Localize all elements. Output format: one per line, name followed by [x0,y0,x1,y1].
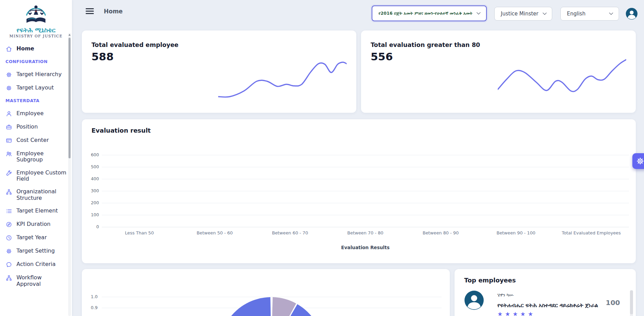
x-tick-label: Between 90 - 100 [478,230,554,235]
sidebar-item-target-year[interactable]: Target Year [5,234,69,241]
total-evaluated-card: Total evaluated employee 588 [82,31,356,113]
ministry-logo: የፍትሕ ሚኒስቴር MINISTRY OF JUSTICE [0,0,72,39]
chevron-down-icon [542,11,547,16]
sidebar-item-home[interactable]: Home [5,46,69,52]
sidebar-item-target-setting[interactable]: Target Setting [5,248,69,255]
chevron-down-icon [608,11,614,16]
employee-score: 100 [606,299,620,307]
sidebar-item-label: Target Element [16,208,58,214]
y-tick-label: 500 [85,164,99,169]
sidebar-section-masterdata: MASTERDATA [5,98,69,103]
gridline [102,203,629,203]
stat-card-title: Total evaluated employee [91,41,178,48]
y-tick-label: 100 [85,212,99,217]
y-tick-label: 0 [85,224,99,229]
top-employees-scrollbar[interactable] [630,290,633,316]
sidebar-item-target-element[interactable]: Target Element [5,208,69,215]
sidebar-item-label: Target Hierarchy [16,71,62,77]
sidebar-item-organizational-structure[interactable]: Organizational Structure [5,189,69,201]
employee-star-rating: ★★★★★ [497,311,606,316]
logo-english-text: MINISTRY OF JUSTICE [0,34,72,38]
employee-row[interactable]: ሄዋን ካሡ የፍትሐብሔር ፍትሕ አስተዳደር ዳይሬክቶሬት ጀነራል ★… [464,290,620,316]
sidebar-item-kpi-duration[interactable]: KPI Duration [5,221,69,228]
logo-amharic-text: የፍትሕ ሚኒስቴር [0,27,72,34]
top-employees-scrollbar-thumb[interactable] [630,290,633,314]
x-tick-label: Between 60 - 70 [252,230,328,235]
gridline [102,215,629,215]
sidebar-item-label: Employee Custom Field [16,170,66,182]
list-icon [5,208,12,215]
sidebar-item-label: KPI Duration [16,221,50,227]
home-icon [5,46,12,52]
stat-card-value: 556 [371,50,393,63]
sidebar-item-employee-subgroup[interactable]: Employee Subgroup [5,150,69,163]
x-tick-label: Between 50 - 60 [177,230,252,235]
employee-name: ሄዋን ካሡ [497,292,606,298]
wrench-icon [5,170,12,177]
sidebar-scrollbar[interactable] [68,33,71,316]
evaluation-period-value: የ2016 በጀት አመት ምዘና ዘመን-የሁለተኛ መንፈቅ አመት [379,11,472,16]
compass-icon [5,221,12,228]
sidebar-item-action-criteria[interactable]: Action Criteria [5,261,69,268]
y-tick-label: 400 [85,176,99,181]
hamburger-menu-icon[interactable] [86,8,94,14]
x-tick-label: Between 70 - 80 [328,230,403,235]
organization-select[interactable]: Justice Minster [494,7,552,21]
organization-value: Justice Minster [501,11,538,17]
sidebar-item-label: Position [16,124,38,130]
y-tick-label: 300 [85,188,99,193]
x-tick-label: Between 80 - 90 [403,230,478,235]
clock-icon [5,234,12,241]
sidebar-item-position[interactable]: Position [5,124,69,131]
gridline [102,179,629,179]
pie-chart [82,269,450,316]
gear-icon [636,157,644,166]
sidebar-item-workflow-approval[interactable]: Workflow Approval [5,275,69,287]
language-value: English [567,11,585,17]
chevron-down-icon [476,11,481,16]
sidebar-item-employee-custom-field[interactable]: Employee Custom Field [5,170,69,182]
briefcase-icon [5,124,12,131]
sidebar-item-label: Home [16,46,34,52]
account-circle-icon [464,290,484,310]
sidebar-item-target-layout[interactable]: Target Layout [5,85,69,92]
pie-chart-card: 1.00.9 [82,269,450,316]
y-tick-label: 600 [85,152,99,157]
sidebar-item-cost-center[interactable]: Cost Center [5,137,69,144]
user-avatar[interactable] [626,8,638,20]
greater-than-80-sparkline [498,50,626,102]
sidebar-item-target-hierarchy[interactable]: Target Hierarchy [5,71,69,78]
gridline [102,227,629,227]
scrollbar-up-arrow-icon[interactable] [69,34,71,36]
sidebar-item-label: Action Criteria [16,261,55,267]
org-chart-icon [5,275,12,281]
gridline [102,191,629,191]
employee-position: የፍትሐብሔር ፍትሕ አስተዳደር ዳይሬክቶሬት ጀነራል [497,302,606,308]
evaluation-x-axis-title: Evaluation Results [102,245,629,250]
chat-icon [5,261,12,268]
gear-icon [5,71,12,78]
person-icon [5,110,12,117]
sidebar-section-configuration: CONFIGURATION [5,59,69,64]
topbar: Home የ2016 በጀት አመት ምዘና ዘመን-የሁለተኛ መንፈቅ አመ… [72,0,644,23]
sidebar: የፍትሕ ሚኒስቴር MINISTRY OF JUSTICE HomeCONFI… [0,0,72,316]
dashboard-page: የፍትሕ ሚኒስቴር MINISTRY OF JUSTICE HomeCONFI… [0,0,644,316]
breadcrumb: Home [104,8,123,15]
evaluation-period-select[interactable]: የ2016 በጀት አመት ምዘና ዘመን-የሁለተኛ መንፈቅ አመት [372,5,487,21]
sidebar-item-label: Employee [16,110,44,117]
sidebar-item-label: Target Setting [16,248,55,254]
account-circle-icon [626,8,638,20]
sidebar-item-employee[interactable]: Employee [5,110,69,117]
sidebar-item-label: Employee Subgroup [16,150,66,163]
gridline [102,167,629,167]
top-employees-card: Top employees ሄዋን ካሡ የፍትሐብሔር ፍትሕ አስተዳደር … [455,269,636,316]
gear-icon [5,248,12,255]
language-select[interactable]: English [560,7,619,21]
sidebar-scrollbar-thumb[interactable] [69,38,71,158]
sidebar-nav: HomeCONFIGURATIONTarget HierarchyTarget … [0,39,72,287]
sidebar-item-label: Organizational Structure [16,189,66,201]
total-evaluated-sparkline [218,50,347,102]
settings-fab-button[interactable] [632,153,644,169]
gridline [102,155,629,155]
org-chart-icon [5,189,12,195]
